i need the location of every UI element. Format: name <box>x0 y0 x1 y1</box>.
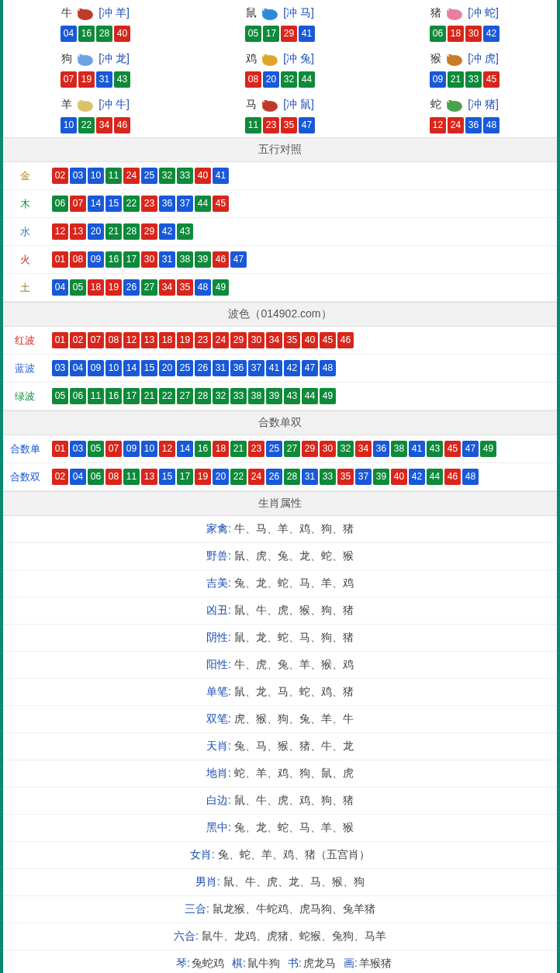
number-ball: 40 <box>114 26 130 42</box>
number-ball: 22 <box>230 469 247 485</box>
number-ball: 22 <box>159 388 175 404</box>
zodiac-icon <box>443 5 466 22</box>
row-label: 红波 <box>3 327 47 355</box>
zodiac-cell: 猴 [冲 虎] 09213345 <box>372 46 557 92</box>
number-ball: 35 <box>337 469 354 485</box>
zodiac-conflict: [冲 牛] <box>99 98 130 112</box>
number-ball: 41 <box>299 26 315 42</box>
number-ball: 48 <box>320 360 336 376</box>
number-ball: 42 <box>284 360 300 376</box>
number-ball: 22 <box>78 117 95 133</box>
number-ball: 32 <box>213 388 229 404</box>
number-ball: 07 <box>88 332 104 348</box>
number-ball: 14 <box>88 196 104 212</box>
attr-row: 单笔: 鼠、龙、马、蛇、鸡、猪 <box>3 679 557 706</box>
attr-row: 吉美: 兔、龙、蛇、马、羊、鸡 <box>3 570 557 597</box>
attr-value: 兔、龙、蛇、马、羊、鸡 <box>231 577 354 589</box>
seg-key: 画: <box>344 957 358 969</box>
number-ball: 41 <box>266 360 282 376</box>
number-ball: 03 <box>52 360 68 376</box>
row-numbers: 0103050709101214161821232527293032343638… <box>47 435 557 463</box>
number-ball: 11 <box>105 168 122 184</box>
svg-point-20 <box>78 101 80 102</box>
number-ball: 16 <box>78 26 95 42</box>
zodiac-icon <box>74 96 97 113</box>
attr-row: 地肖: 蛇、羊、鸡、狗、鼠、虎 <box>3 760 557 788</box>
number-ball: 07 <box>60 71 77 88</box>
number-ball: 42 <box>483 26 500 42</box>
zodiac-cell: 羊 [冲 牛] 10223446 <box>3 92 188 137</box>
attr-row: 凶丑: 鼠、牛、虎、猴、狗、猪 <box>3 597 557 625</box>
number-ball: 03 <box>70 441 86 457</box>
zodiac-grid: 牛 [冲 羊] 04162840 鼠 [冲 马] 05172941 猪 <box>3 0 557 137</box>
zodiac-numbers: 05172941 <box>188 25 372 43</box>
svg-point-11 <box>78 55 80 57</box>
number-ball: 46 <box>337 332 354 348</box>
number-ball: 08 <box>245 71 261 88</box>
attrs-list: 家禽: 牛、马、羊、鸡、狗、猪 野兽: 鼠、虎、兔、龙、蛇、猴 吉美: 兔、龙、… <box>3 516 557 950</box>
number-ball: 12 <box>430 117 446 133</box>
svg-point-7 <box>447 9 453 15</box>
zodiac-numbers: 06183042 <box>372 25 557 43</box>
number-ball: 18 <box>448 26 464 42</box>
number-ball: 07 <box>105 441 122 457</box>
number-ball: 30 <box>248 332 264 348</box>
attr-key: 双笔: <box>206 712 231 725</box>
number-ball: 11 <box>123 469 140 485</box>
number-ball: 01 <box>52 251 68 268</box>
table-row: 合数单 010305070910121416182123252729303234… <box>3 435 557 463</box>
attr-key: 男肖: <box>195 875 220 888</box>
attr-value: 鼠、虎、兔、龙、蛇、猴 <box>231 549 354 562</box>
number-ball: 12 <box>52 223 68 240</box>
attr-key: 女肖: <box>190 848 215 860</box>
table-row: 火 0108091617303138394647 <box>3 246 557 274</box>
section-title-bose: 波色（014902.com） <box>3 302 557 327</box>
table-row: 土 04051819262734354849 <box>3 274 557 302</box>
number-ball: 15 <box>105 196 122 212</box>
number-ball: 46 <box>444 469 461 485</box>
number-ball: 44 <box>299 71 315 88</box>
attr-key: 地肖: <box>206 767 231 779</box>
zodiac-cell: 蛇 [冲 猪] 12243648 <box>372 92 557 137</box>
attr-value: 鼠、牛、虎、龙、马、猴、狗 <box>220 875 365 888</box>
number-ball: 23 <box>141 196 157 212</box>
number-ball: 34 <box>159 279 175 296</box>
row-numbers: 0102070812131819232429303435404546 <box>47 327 557 355</box>
row-numbers: 03040910141520252631363741424748 <box>47 355 557 383</box>
attr-row: 黑中: 兔、龙、蛇、马、羊、猴 <box>3 815 557 842</box>
number-ball: 02 <box>70 332 86 348</box>
number-ball: 09 <box>430 71 446 88</box>
number-ball: 21 <box>141 388 157 404</box>
number-ball: 11 <box>245 117 261 133</box>
zodiac-name: 马 <box>246 98 257 112</box>
svg-point-17 <box>448 55 449 57</box>
number-ball: 30 <box>465 26 482 42</box>
number-ball: 09 <box>123 441 140 457</box>
attr-key: 凶丑: <box>206 604 231 616</box>
number-ball: 26 <box>123 279 140 296</box>
number-ball: 45 <box>444 441 461 457</box>
attr-key: 天肖: <box>206 739 231 752</box>
number-ball: 05 <box>245 26 261 42</box>
number-ball: 33 <box>177 168 193 184</box>
number-ball: 40 <box>302 332 318 348</box>
table-row: 水 1213202128294243 <box>3 218 557 246</box>
attr-row: 男肖: 鼠、牛、虎、龙、马、猴、狗 <box>3 869 557 896</box>
attr-key: 野兽: <box>206 549 231 562</box>
number-ball: 23 <box>263 117 279 133</box>
attr-value: 兔、马、猴、猪、牛、龙 <box>231 739 354 752</box>
row-numbers: 05061116172122272832333839434449 <box>47 383 557 410</box>
number-ball: 10 <box>60 117 77 133</box>
number-ball: 48 <box>462 469 479 485</box>
number-ball: 35 <box>177 279 193 296</box>
number-ball: 10 <box>105 360 122 376</box>
number-ball: 06 <box>88 469 104 485</box>
table-row: 金 02031011242532334041 <box>3 162 557 190</box>
number-ball: 26 <box>266 469 282 485</box>
section-title-attrs: 生肖属性 <box>3 491 557 516</box>
attr-value: 牛、虎、兔、羊、猴、鸡 <box>231 658 354 670</box>
row-label: 金 <box>3 162 47 190</box>
svg-point-10 <box>78 54 84 61</box>
attr-row: 双笔: 虎、猴、狗、兔、羊、牛 <box>3 706 557 733</box>
zodiac-conflict: [冲 羊] <box>99 6 130 20</box>
